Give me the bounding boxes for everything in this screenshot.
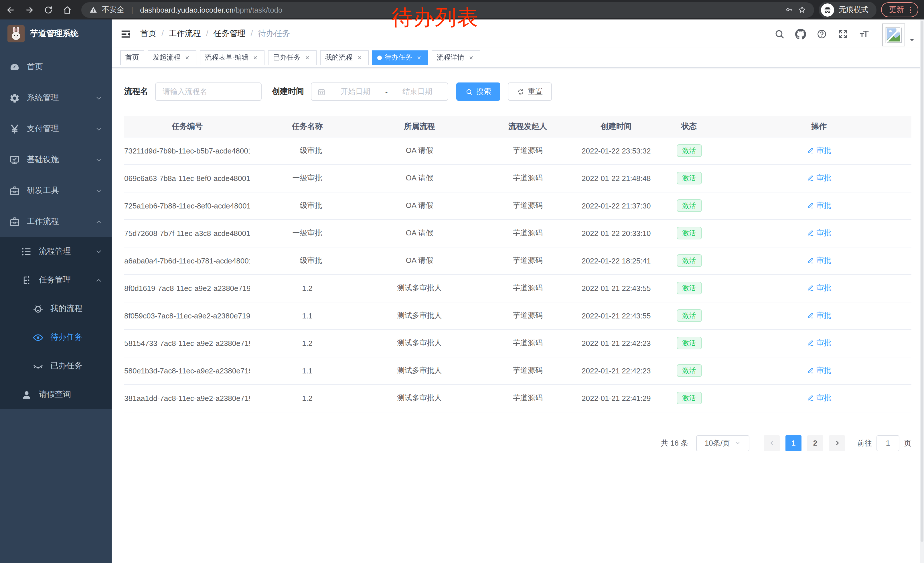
kebab-menu-icon[interactable] [906, 6, 915, 14]
pagination: 共 16 条 10条/页 12 前往 1 页 [124, 435, 911, 451]
edit-pen-icon [807, 284, 814, 292]
help-icon[interactable] [816, 29, 827, 39]
sidebar-item-label: 已办任务 [50, 361, 102, 371]
cell-task-name: 1.1 [250, 357, 364, 384]
sidebar-item-label: 支付管理 [27, 124, 95, 134]
approve-button[interactable]: 审批 [807, 173, 831, 183]
approve-button[interactable]: 审批 [807, 228, 831, 238]
search-button[interactable]: 搜索 [456, 83, 500, 101]
page-number-button[interactable]: 2 [807, 435, 823, 451]
approve-button[interactable]: 审批 [807, 283, 831, 293]
list-icon [21, 246, 32, 257]
sidebar-item[interactable]: 工作流程 [0, 206, 112, 237]
tab-close-icon[interactable]: × [356, 54, 363, 62]
end-date-placeholder[interactable]: 结束日期 [393, 87, 442, 97]
sidebar-item[interactable]: 我的流程 [0, 294, 112, 323]
page-number-button[interactable]: 1 [786, 435, 801, 451]
forward-icon[interactable] [25, 5, 34, 15]
start-date-placeholder[interactable]: 开始日期 [331, 87, 380, 97]
view-tab[interactable]: 流程详情 × [432, 50, 480, 65]
view-tab[interactable]: 发起流程 × [148, 50, 196, 65]
tab-close-icon[interactable]: × [251, 54, 260, 62]
sidebar-item[interactable]: 研发工具 [0, 175, 112, 206]
sidebar-item[interactable]: 支付管理 [0, 113, 112, 144]
cell-process: 测试多审批人 [364, 329, 475, 357]
page-scrollbar[interactable] [920, 20, 924, 563]
reload-icon[interactable] [44, 5, 53, 15]
scrollbar-thumb[interactable] [921, 21, 923, 542]
approve-button[interactable]: 审批 [807, 311, 831, 321]
table-row: 8f059c03-7ac8-11ec-a9e2-a2380e71991a 1.1… [124, 302, 911, 329]
sidebar-item[interactable]: 已办任务 [0, 352, 112, 380]
cell-action: 审批 [726, 302, 911, 329]
cell-process: OA 请假 [364, 247, 475, 274]
warning-icon[interactable] [89, 6, 98, 14]
sidebar-item[interactable]: 任务管理 [0, 266, 112, 294]
font-size-icon[interactable] [859, 29, 870, 39]
breadcrumb-item[interactable]: 待办任务 [258, 29, 290, 39]
edit-pen-icon [807, 202, 814, 209]
page-size-select[interactable]: 10条/页 [696, 435, 749, 451]
security-label[interactable]: 不安全 [102, 5, 124, 15]
view-tab[interactable]: 已办任务 × [268, 50, 316, 65]
home-icon[interactable] [62, 5, 72, 15]
cell-created: 2022-01-22 21:48:48 [581, 164, 652, 192]
approve-button[interactable]: 审批 [807, 255, 831, 266]
browser-update-button[interactable]: 更新 [881, 2, 918, 17]
approve-button[interactable]: 审批 [807, 146, 831, 156]
create-time-range-picker[interactable]: 开始日期 - 结束日期 [311, 83, 448, 101]
table-body: 73211d9d-7b9b-11ec-b5b7-acde48001122 一级审… [124, 137, 911, 412]
approve-button[interactable]: 审批 [807, 393, 831, 403]
sidebar-item-label: 我的流程 [50, 303, 102, 314]
cell-starter: 芋道源码 [475, 137, 581, 164]
avatar[interactable] [882, 23, 905, 46]
sidebar-item[interactable]: 待办任务 [0, 323, 112, 352]
table-row: 381aa1dd-7ac8-11ec-a9e2-a2380e71991a 1.2… [124, 384, 911, 412]
view-tab[interactable]: 首页 [120, 50, 144, 65]
app-logo[interactable]: 芋道管理系统 [0, 20, 112, 48]
approve-button[interactable]: 审批 [807, 338, 831, 348]
cell-task-id: 069c6a63-7b8a-11ec-8ef0-acde48001122 [124, 164, 250, 192]
github-icon[interactable] [795, 29, 806, 39]
avatar-caret-down-icon[interactable] [909, 36, 915, 43]
breadcrumb-item[interactable]: 首页 [140, 29, 169, 39]
key-icon[interactable] [786, 6, 794, 14]
breadcrumb-item[interactable]: 任务管理 [213, 29, 258, 39]
sidebar-item[interactable]: 流程管理 [0, 237, 112, 266]
sidebar-collapse-icon[interactable] [120, 29, 131, 39]
sidebar-item[interactable]: 首页 [0, 51, 112, 83]
view-tab[interactable]: 待办任务 × [372, 50, 428, 65]
tab-close-icon[interactable]: × [183, 54, 191, 62]
sidebar-item[interactable]: 系统管理 [0, 83, 112, 113]
update-label[interactable]: 更新 [889, 5, 904, 15]
reset-button[interactable]: 重置 [508, 83, 552, 101]
sidebar-item[interactable]: 基础设施 [0, 144, 112, 175]
incognito-label: 无痕模式 [839, 5, 868, 15]
next-page-button[interactable] [829, 435, 845, 451]
sidebar-item-label: 工作流程 [27, 216, 95, 227]
status-badge: 激活 [676, 254, 702, 267]
goto-page-input[interactable]: 1 [876, 435, 899, 451]
cell-created: 2022-01-22 18:25:41 [581, 247, 652, 274]
view-tab[interactable]: 我的流程 × [320, 50, 369, 65]
cell-created: 2022-01-21 22:42:23 [581, 357, 652, 384]
tab-close-icon[interactable]: × [467, 54, 475, 62]
status-badge: 激活 [676, 309, 702, 322]
breadcrumb-item[interactable]: 工作流程 [169, 29, 213, 39]
approve-button[interactable]: 审批 [807, 200, 831, 211]
cell-status: 激活 [652, 164, 726, 192]
back-icon[interactable] [6, 5, 15, 15]
incognito-circle [821, 3, 834, 17]
cell-task-name: 一级审批 [250, 247, 364, 274]
tab-close-icon[interactable]: × [303, 54, 311, 62]
tree-icon [21, 275, 32, 285]
process-name-input[interactable]: 请输入流程名 [155, 83, 262, 101]
prev-page-button[interactable] [764, 435, 780, 451]
fullscreen-icon[interactable] [837, 29, 848, 39]
approve-button[interactable]: 审批 [807, 365, 831, 376]
tab-close-icon[interactable]: × [415, 54, 423, 62]
bookmark-star-icon[interactable] [798, 6, 806, 14]
sidebar-item[interactable]: 请假查询 [0, 380, 112, 409]
search-icon[interactable] [774, 29, 785, 39]
view-tab[interactable]: 流程表单-编辑 × [200, 50, 264, 65]
